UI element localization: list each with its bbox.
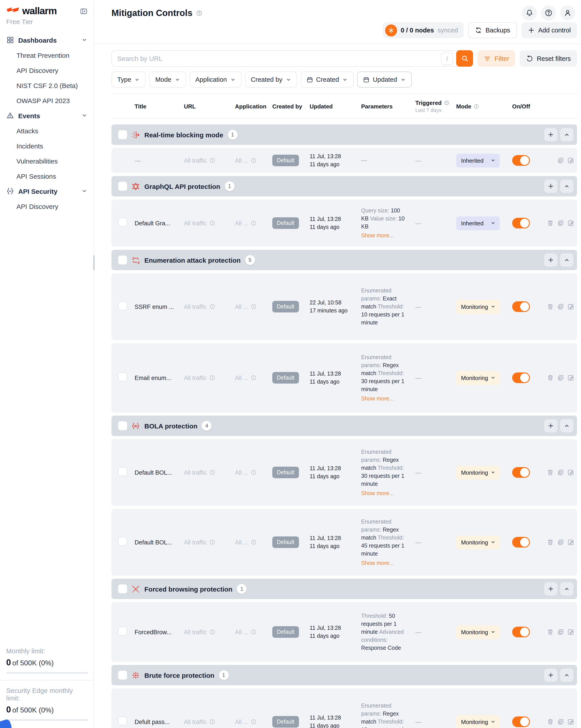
info-circle-icon[interactable] <box>209 220 215 227</box>
mode-select[interactable]: Monitoring <box>456 536 500 549</box>
show-more-link[interactable]: Show more... <box>361 394 408 402</box>
filter-chip-created[interactable]: Created <box>301 72 354 87</box>
add-control-to-group-button[interactable] <box>544 419 557 433</box>
edit-button[interactable] <box>567 539 574 546</box>
mode-select[interactable]: Monitoring <box>456 466 500 479</box>
info-circle-icon[interactable] <box>251 470 257 476</box>
sidebar-section-api-security[interactable]: API Security <box>0 184 94 199</box>
add-control-button[interactable]: Add control <box>521 22 577 38</box>
duplicate-button[interactable] <box>557 157 564 164</box>
show-more-link[interactable]: Show more... <box>361 232 408 240</box>
duplicate-button[interactable] <box>557 303 564 310</box>
row-checkbox[interactable] <box>118 302 127 310</box>
show-more-link[interactable]: Show more... <box>361 489 408 497</box>
on-off-toggle[interactable] <box>512 155 530 166</box>
info-circle-icon[interactable] <box>251 220 257 227</box>
duplicate-button[interactable] <box>557 719 564 726</box>
row-checkbox[interactable] <box>118 467 127 476</box>
sidebar-section-dashboards[interactable]: Dashboards <box>0 32 94 48</box>
search-input[interactable] <box>117 55 441 62</box>
sidebar-item-vulnerabilities[interactable]: Vulnerabilities <box>0 153 94 168</box>
info-circle-icon[interactable] <box>209 157 215 163</box>
row-checkbox[interactable] <box>118 627 127 636</box>
group-checkbox[interactable] <box>118 421 127 431</box>
mode-select[interactable]: Monitoring <box>456 300 500 314</box>
filter-chip-mode[interactable]: Mode <box>149 72 186 87</box>
info-circle-icon[interactable] <box>209 539 215 546</box>
sidebar-item-api-sessions[interactable]: API Sessions <box>0 168 94 184</box>
row-checkbox[interactable] <box>118 537 127 546</box>
on-off-toggle[interactable] <box>512 373 530 383</box>
row-checkbox[interactable] <box>118 373 127 382</box>
duplicate-button[interactable] <box>557 374 564 382</box>
group-checkbox[interactable] <box>118 182 127 191</box>
on-off-toggle[interactable] <box>512 717 530 727</box>
delete-button[interactable] <box>547 220 554 227</box>
delete-button[interactable] <box>547 374 554 382</box>
edit-button[interactable] <box>567 719 574 726</box>
reset-filters-button[interactable]: Reset filters <box>520 50 577 67</box>
info-circle-icon[interactable] <box>209 719 215 725</box>
sidebar-item-incidents[interactable]: Incidents <box>0 138 94 153</box>
info-circle-icon[interactable] <box>251 304 257 310</box>
collapse-group-button[interactable] <box>560 180 574 193</box>
mode-select[interactable]: Inherited <box>456 154 500 167</box>
edit-button[interactable] <box>567 157 574 164</box>
group-checkbox[interactable] <box>118 130 127 139</box>
filter-chip-type[interactable]: Type <box>111 72 146 87</box>
sidebar-item-api-discovery[interactable]: API Discovery <box>0 63 94 78</box>
mode-select[interactable]: Monitoring <box>456 371 500 385</box>
duplicate-button[interactable] <box>557 539 564 546</box>
add-control-to-group-button[interactable] <box>544 669 557 682</box>
info-circle-icon[interactable] <box>251 375 257 381</box>
help-button[interactable] <box>541 5 556 21</box>
on-off-toggle[interactable] <box>512 467 530 478</box>
edit-button[interactable] <box>567 303 574 310</box>
collapse-group-button[interactable] <box>560 128 574 141</box>
add-control-to-group-button[interactable] <box>544 254 557 267</box>
row-checkbox[interactable] <box>118 717 127 726</box>
search-button[interactable] <box>456 50 473 67</box>
sidebar-item-threat-prevention[interactable]: Threat Prevention <box>0 48 94 63</box>
on-off-toggle[interactable] <box>512 302 530 312</box>
delete-button[interactable] <box>547 303 554 310</box>
edit-button[interactable] <box>567 220 574 227</box>
sidebar-collapse-icon[interactable] <box>80 7 87 15</box>
show-more-link[interactable]: Show more... <box>361 559 408 567</box>
info-circle-icon[interactable] <box>251 157 257 163</box>
collapse-group-button[interactable] <box>560 669 574 682</box>
sidebar-section-events[interactable]: Events <box>0 108 94 123</box>
filter-button[interactable]: Filter <box>477 50 516 67</box>
on-off-toggle[interactable] <box>512 627 530 638</box>
backups-button[interactable]: Backups <box>468 22 517 38</box>
delete-button[interactable] <box>547 719 554 726</box>
info-circle-icon[interactable] <box>251 539 257 546</box>
collapse-group-button[interactable] <box>560 582 574 596</box>
add-control-to-group-button[interactable] <box>544 128 557 141</box>
mode-select[interactable]: Inherited <box>456 216 500 230</box>
collapse-group-button[interactable] <box>560 254 574 267</box>
sidebar-resize-handle[interactable] <box>93 255 94 270</box>
mode-select[interactable]: Monitoring <box>456 625 500 639</box>
delete-button[interactable] <box>547 469 554 476</box>
nodes-sync-status[interactable]: 0 / 0 nodes synced <box>383 22 464 38</box>
sidebar-item-nist-csf-2-0-beta[interactable]: NIST CSF 2.0 (Beta) <box>0 78 94 93</box>
sidebar-item-owasp-api-2023[interactable]: OWASP API 2023 <box>0 93 94 108</box>
add-control-to-group-button[interactable] <box>544 180 557 193</box>
account-button[interactable] <box>560 5 575 21</box>
duplicate-button[interactable] <box>557 629 564 636</box>
info-circle-icon[interactable] <box>251 719 257 725</box>
info-circle-icon[interactable] <box>473 103 479 109</box>
info-circle-icon[interactable] <box>209 304 215 310</box>
edit-button[interactable] <box>567 374 574 382</box>
add-control-to-group-button[interactable] <box>544 582 557 596</box>
delete-button[interactable] <box>547 539 554 546</box>
duplicate-button[interactable] <box>557 469 564 476</box>
info-circle-icon[interactable] <box>251 629 257 635</box>
edit-button[interactable] <box>567 469 574 476</box>
collapse-group-button[interactable] <box>560 419 574 433</box>
group-checkbox[interactable] <box>118 585 127 594</box>
filter-chip-application[interactable]: Application <box>189 72 242 87</box>
row-checkbox[interactable] <box>118 218 127 227</box>
notifications-button[interactable] <box>522 5 537 21</box>
